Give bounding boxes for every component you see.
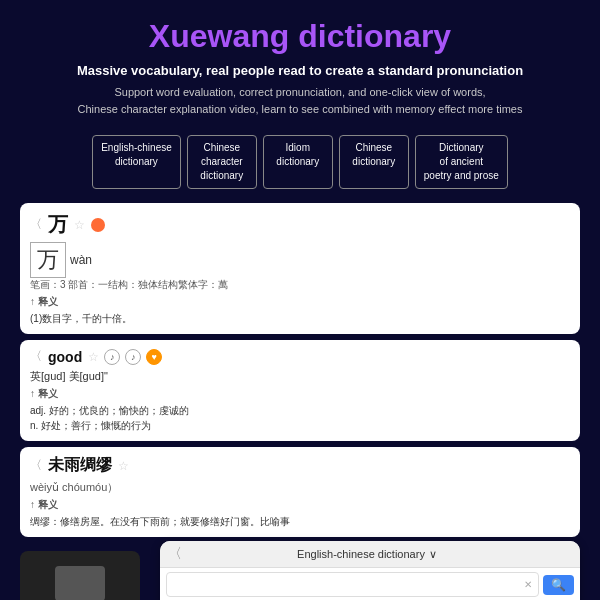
card-english: 〈 good ☆ ♪ ♪ ♥ 英[gud] 美[gud]" ↑ 释义 adj. … (20, 340, 580, 441)
section-label: ↑ 释义 (30, 295, 570, 309)
def-line2: n. 好处；善行；慷慨的行为 (30, 418, 570, 433)
device-body (20, 551, 140, 600)
screen-header: 〈 English-chinese dictionary ∨ (160, 541, 580, 568)
clear-icon[interactable]: ✕ (524, 579, 532, 590)
word-display: good (48, 349, 82, 365)
screen-title-row: English-chinese dictionary ∨ (297, 548, 437, 561)
action-icons: ☆ ♪ ♪ ♥ (88, 349, 162, 365)
star-icon[interactable]: ☆ (74, 218, 85, 232)
device-screen: 〈 English-chinese dictionary ∨ 你好 ✕ 🔍 Th… (160, 541, 580, 600)
card-idiom: 〈 未雨绸缪 ☆ wèiyǔ chóumóu） ↑ 释义 绸缪：修缮房屋。在没有… (20, 447, 580, 537)
device-pad (55, 566, 105, 600)
stroke-info: 笔画：3 部首：一结构：独体结构繁体字：萬 (30, 278, 570, 292)
tabs-row: English-chinesedictionary Chinesecharact… (0, 125, 600, 199)
tab-ancient-poetry[interactable]: Dictionaryof ancientpoetry and prose (415, 135, 508, 189)
heart-icon-en[interactable]: ♥ (146, 349, 162, 365)
subtitle-bold: Massive vocabulary, real people read to … (20, 63, 580, 78)
phonetic-text: 英[gud] 美[gud]" (30, 369, 570, 384)
definition-text: (1)数目字，千的十倍。 (30, 311, 570, 326)
char-box: 万 (30, 242, 66, 278)
audio-tag (91, 218, 105, 232)
audio-icon-en2[interactable]: ♪ (125, 349, 141, 365)
section-label-en: ↑ 释义 (30, 387, 570, 401)
search-button[interactable]: 🔍 (543, 575, 574, 595)
page-title: Xuewang dictionary (20, 18, 580, 55)
audio-icon-en[interactable]: ♪ (104, 349, 120, 365)
screen-back-icon[interactable]: 〈 (168, 545, 182, 563)
device-section: 〈 English-chinese dictionary ∨ 你好 ✕ 🔍 Th… (0, 537, 600, 600)
idiom-pinyin: wèiyǔ chóumóu） (30, 480, 570, 495)
search-box[interactable]: 你好 ✕ (166, 572, 539, 597)
tab-chinese-character[interactable]: Chinesecharacterdictionary (187, 135, 257, 189)
subtitle-line2: Chinese character explanation video, lea… (20, 101, 580, 118)
pinyin-text: wàn (70, 253, 92, 267)
tab-english-chinese[interactable]: English-chinesedictionary (92, 135, 181, 189)
idiom-chars: 未雨绸缪 (48, 455, 112, 476)
star-icon-idiom[interactable]: ☆ (118, 459, 129, 473)
content-area: 〈 万 ☆ 万 wàn 笔画：3 部首：一结构：独体结构繁体字：萬 ↑ 释义 (… (0, 199, 600, 537)
tab-idiom[interactable]: Idiomdictionary (263, 135, 333, 189)
def-line1: adj. 好的；优良的；愉快的；虔诚的 (30, 403, 570, 418)
back-icon-en[interactable]: 〈 (30, 348, 42, 365)
section-label-idiom: ↑ 释义 (30, 498, 570, 512)
star-icon-en[interactable]: ☆ (88, 350, 99, 364)
idiom-def: 绸缪：修缮房屋。在没有下雨前；就要修缮好门窗。比喻事 (30, 514, 570, 529)
screen-search-row: 你好 ✕ 🔍 (160, 568, 580, 600)
tab-chinese[interactable]: Chinesedictionary (339, 135, 409, 189)
screen-title-arrow-icon[interactable]: ∨ (429, 548, 437, 561)
subtitle-line1: Support word evaluation, correct pronunc… (20, 84, 580, 101)
back-icon[interactable]: 〈 (30, 216, 42, 233)
screen-title-text: English-chinese dictionary (297, 548, 425, 560)
back-icon-idiom[interactable]: 〈 (30, 457, 42, 474)
device-wrapper: 〈 English-chinese dictionary ∨ 你好 ✕ 🔍 Th… (20, 541, 580, 600)
search-value: 你好 (173, 576, 197, 593)
char-display: 万 (48, 211, 68, 238)
card-chinese: 〈 万 ☆ 万 wàn 笔画：3 部首：一结构：独体结构繁体字：萬 ↑ 释义 (… (20, 203, 580, 334)
